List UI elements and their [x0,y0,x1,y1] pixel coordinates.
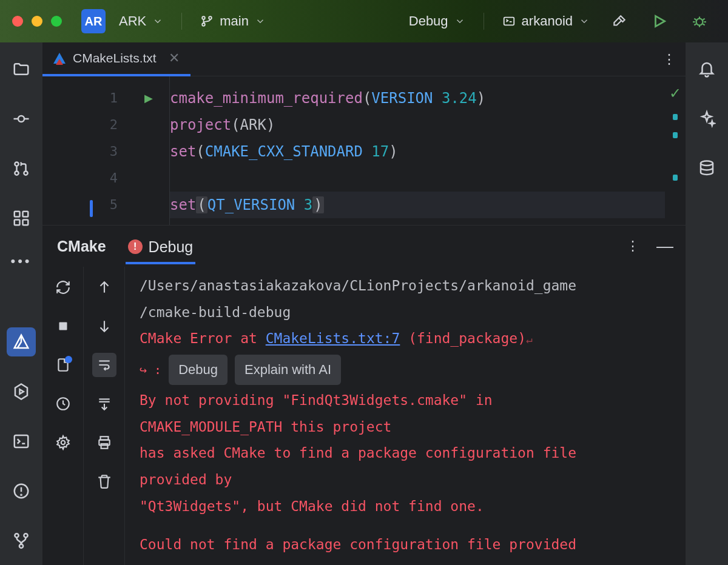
project-badge: AR [81,9,106,33]
scroll-down-button[interactable] [92,314,116,338]
console-chips-row: ↪ : Debug Explain with AI [140,355,671,385]
svg-rect-24 [59,323,67,330]
cmake-settings-file-button[interactable] [51,353,75,377]
stop-icon [55,318,71,334]
svg-point-10 [15,171,18,175]
branch-icon [200,15,214,28]
bottom-panel: CMake ! Debug ⋮ — [42,225,686,565]
console-error-body: has asked CMake to find a package config… [140,440,671,467]
scroll-up-button[interactable] [92,275,116,299]
problems-tool-button[interactable] [7,476,36,506]
build-hammer-icon[interactable] [612,13,627,29]
commit-icon [12,110,30,128]
clock-icon [55,396,71,412]
bottom-panel-tabs: CMake ! Debug ⋮ — [42,226,686,267]
project-name-label: ARK [119,13,146,29]
close-tab-icon[interactable]: ✕ [169,50,180,66]
svg-marker-16 [20,389,24,394]
svg-point-23 [19,544,23,548]
bell-icon [698,60,716,78]
terminal-tool-button[interactable] [7,427,36,456]
print-icon [96,435,112,450]
soft-wrap-button[interactable] [92,353,116,377]
inspection-ok-icon[interactable]: ✓ [665,85,686,102]
notifications-button[interactable] [692,55,721,84]
console-error-body: "Qt3Widgets", but CMake did not find one… [140,493,671,520]
debug-icon[interactable] [692,13,707,29]
hexagon-play-icon [12,383,30,401]
services-tool-button[interactable] [7,377,36,406]
panel-options-icon[interactable]: ⋮ [626,238,639,254]
right-tool-rail [686,42,728,565]
pull-requests-button[interactable] [7,154,36,183]
debug-chip[interactable]: Debug [169,355,228,385]
build-config-selector[interactable]: Debug [403,10,471,33]
svg-point-6 [18,116,24,122]
scroll-to-end-button[interactable] [92,392,116,416]
structure-tool-button[interactable] [7,204,36,233]
error-badge-icon: ! [128,239,143,254]
more-tools-button[interactable]: ••• [10,253,32,269]
svg-rect-14 [15,220,20,226]
database-button[interactable] [692,154,721,183]
panel-minimize-icon[interactable]: — [656,236,673,256]
error-prefix-icon: ↪ : [140,358,161,381]
branch-selector[interactable]: main [194,10,272,33]
print-button[interactable] [92,430,116,455]
console-error-line: CMake Error at CMakeLists.txt:7 (find_pa… [140,326,671,352]
debug-tab[interactable]: ! Debug [126,235,196,264]
code-editor[interactable]: 1 2 3 4 5 ▶ cmake_minimum_required(VERSI… [42,76,686,225]
branch-name-label: main [220,13,249,29]
explain-ai-chip[interactable]: Explain with AI [235,355,341,385]
cmake-console[interactable]: /Users/anastasiakazakova/CLionProjects/a… [125,267,686,565]
titlebar: AR ARK main Debug arkanoid [0,0,728,42]
stop-button[interactable] [51,314,75,338]
console-error-body: provided by [140,467,671,493]
trash-icon [96,473,112,489]
commit-tool-button[interactable] [7,104,36,133]
chevron-down-icon [255,16,266,27]
cmake-cache-button[interactable] [51,392,75,416]
editor-more-icon[interactable]: ⋮ [662,52,676,67]
gear-icon [55,435,71,450]
chevron-down-icon [152,16,163,27]
svg-point-0 [202,16,205,19]
svg-point-26 [61,441,65,445]
close-window-button[interactable] [12,16,23,27]
svg-rect-12 [15,212,20,217]
svg-point-22 [24,533,27,537]
warning-circle-icon [12,482,30,500]
chevron-down-icon [454,16,465,27]
cmake-options-button[interactable] [51,430,75,455]
sparkle-icon [698,110,716,128]
run-target-selector[interactable]: arkanoid [496,10,596,33]
center-panel: CMakeLists.txt ✕ ⋮ 1 2 3 4 5 ▶ [42,42,686,565]
current-line-indicator [90,200,93,217]
maximize-window-button[interactable] [51,16,62,27]
project-selector[interactable]: ARK [113,10,169,33]
vcs-tool-button[interactable] [7,526,36,555]
error-file-link[interactable]: CMakeLists.txt:7 [266,330,400,346]
editor-tab-cmakelists[interactable]: CMakeLists.txt ✕ [42,42,190,76]
editor-minimap: ✓ [665,76,686,225]
code-content[interactable]: cmake_minimum_required(VERSION 3.24) pro… [170,76,665,225]
svg-point-9 [15,162,18,165]
svg-point-1 [209,16,212,19]
reload-icon [55,279,71,295]
cmake-tool-button[interactable] [7,327,36,356]
console-path-line: /cmake-build-debug [140,299,671,326]
left-tool-rail: ••• [0,42,42,565]
run-icon[interactable] [652,13,667,29]
ai-assistant-button[interactable] [692,104,721,133]
editor-gutter: 1 2 3 4 5 ▶ [42,76,170,225]
minimize-window-button[interactable] [32,16,42,27]
cmake-toolbar-secondary [84,267,125,565]
svg-rect-15 [23,220,29,226]
project-tool-button[interactable] [7,55,36,84]
arrow-up-icon [96,279,112,295]
clear-button[interactable] [92,469,116,493]
reload-button[interactable] [51,275,75,299]
run-gutter-icon[interactable]: ▶ [144,92,153,105]
cmake-toolbar-primary [42,267,84,565]
cmake-tab[interactable]: CMake [55,234,109,259]
